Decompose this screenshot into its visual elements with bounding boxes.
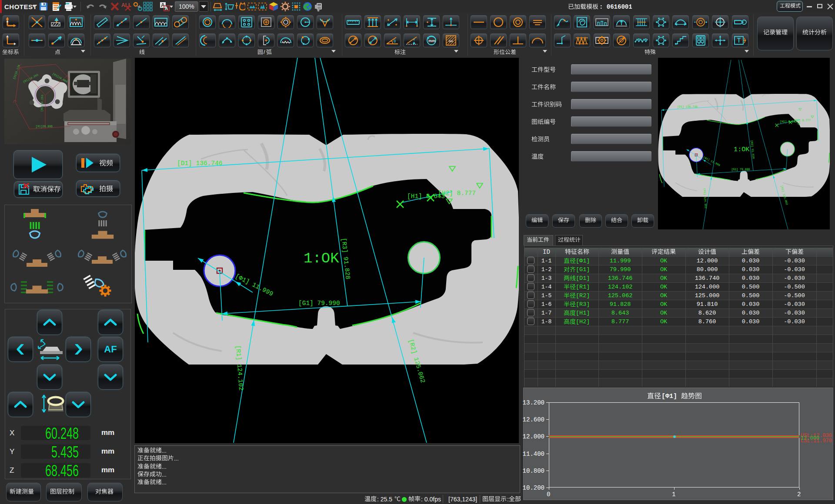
- svg-text:[R2]10.253: [R2]10.253: [40, 95, 44, 112]
- svg-text:A: A: [165, 6, 168, 11]
- svg-text:mm: mm: [449, 39, 453, 43]
- svg-text:θ: θ: [394, 39, 396, 43]
- svg-text:mm: mm: [428, 39, 435, 43]
- svg-text:[X1]26.906: [X1]26.906: [36, 125, 53, 128]
